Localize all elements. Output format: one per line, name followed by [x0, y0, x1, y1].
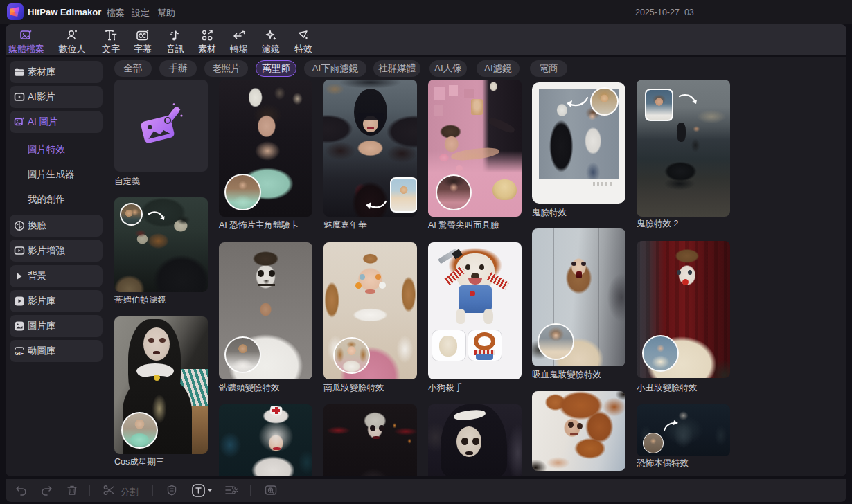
svg-text:GIF: GIF	[15, 350, 24, 357]
